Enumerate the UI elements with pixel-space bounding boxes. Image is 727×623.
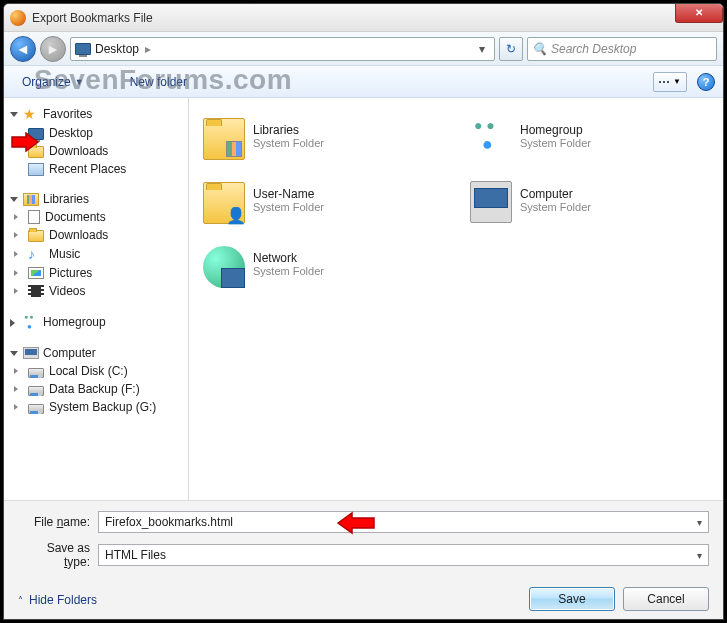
refresh-button[interactable]: ↻	[499, 37, 523, 61]
sidebar: ★Favorites Desktop Downloads Recent Plac…	[4, 98, 189, 500]
bottom-panel: File name: Firefox_bookmarks.html Save a…	[4, 500, 723, 619]
recent-icon	[28, 163, 44, 176]
sidebar-item-pictures[interactable]: Pictures	[8, 264, 188, 282]
document-icon	[28, 210, 40, 224]
sidebar-item-downloads[interactable]: Downloads	[8, 142, 188, 160]
organize-button[interactable]: Organize ▼	[14, 71, 92, 93]
search-icon: 🔍	[532, 42, 547, 56]
address-dropdown[interactable]: ▾	[474, 42, 490, 56]
sidebar-item-desktop[interactable]: Desktop	[8, 124, 188, 142]
search-input[interactable]: 🔍 Search Desktop	[527, 37, 717, 61]
sidebar-item-videos[interactable]: Videos	[8, 282, 188, 300]
file-list[interactable]: LibrariesSystem Folder HomegroupSystem F…	[189, 98, 723, 500]
firefox-icon	[10, 10, 26, 26]
chevron-up-icon: ˄	[18, 595, 23, 606]
view-options-button[interactable]: ▼	[653, 72, 687, 92]
sidebar-homegroup-header[interactable]: Homegroup	[8, 312, 188, 332]
item-libraries[interactable]: LibrariesSystem Folder	[199, 108, 446, 164]
titlebar: Export Bookmarks File ✕	[4, 4, 723, 32]
desktop-icon	[75, 43, 91, 55]
drive-icon	[28, 368, 44, 378]
back-button[interactable]: ◄	[10, 36, 36, 62]
videos-icon	[28, 285, 44, 297]
sidebar-item-system-backup-g[interactable]: System Backup (G:)	[8, 398, 188, 416]
new-folder-button[interactable]: New folder	[122, 71, 195, 93]
pictures-icon	[28, 267, 44, 279]
forward-button[interactable]: ►	[40, 36, 66, 62]
user-folder-icon	[203, 182, 245, 224]
savetype-select[interactable]: HTML Files	[98, 544, 709, 566]
hide-folders-button[interactable]: ˄ Hide Folders	[18, 593, 97, 607]
network-icon	[203, 246, 245, 288]
sidebar-item-local-disk-c[interactable]: Local Disk (C:)	[8, 362, 188, 380]
star-icon: ★	[23, 106, 39, 122]
folder-icon	[28, 146, 44, 158]
drive-icon	[28, 404, 44, 414]
save-button[interactable]: Save	[529, 587, 615, 611]
item-computer[interactable]: ComputerSystem Folder	[466, 172, 713, 228]
sidebar-item-recent-places[interactable]: Recent Places	[8, 160, 188, 178]
window-title: Export Bookmarks File	[32, 11, 153, 25]
filename-input[interactable]: Firefox_bookmarks.html	[98, 511, 709, 533]
window-controls: ✕	[676, 3, 723, 23]
item-homegroup[interactable]: HomegroupSystem Folder	[466, 108, 713, 164]
homegroup-icon	[470, 115, 512, 157]
desktop-icon	[28, 128, 44, 140]
libraries-icon	[23, 193, 39, 206]
filename-label: File name:	[18, 515, 98, 529]
folder-icon	[28, 230, 44, 242]
savetype-label: Save as type:	[18, 541, 98, 569]
sidebar-computer-header[interactable]: Computer	[8, 344, 188, 362]
item-user[interactable]: User-NameSystem Folder	[199, 172, 446, 228]
sidebar-item-data-backup-f[interactable]: Data Backup (F:)	[8, 380, 188, 398]
sidebar-favorites-header[interactable]: ★Favorites	[8, 104, 188, 124]
sidebar-item-lib-downloads[interactable]: Downloads	[8, 226, 188, 244]
search-placeholder: Search Desktop	[551, 42, 636, 56]
chevron-down-icon: ▼	[75, 77, 84, 87]
drive-icon	[28, 386, 44, 396]
sidebar-libraries-header[interactable]: Libraries	[8, 190, 188, 208]
address-bar[interactable]: Desktop ▸ ▾	[70, 37, 495, 61]
cancel-button[interactable]: Cancel	[623, 587, 709, 611]
help-button[interactable]: ?	[697, 73, 715, 91]
music-icon: ♪	[28, 246, 44, 262]
close-button[interactable]: ✕	[675, 3, 723, 23]
computer-icon	[470, 181, 512, 223]
chevron-right-icon[interactable]: ▸	[143, 42, 153, 56]
nav-bar: ◄ ► Desktop ▸ ▾ ↻ 🔍 Search Desktop	[4, 32, 723, 66]
libraries-folder-icon	[203, 118, 245, 160]
export-bookmarks-dialog: Export Bookmarks File ✕ ◄ ► Desktop ▸ ▾ …	[3, 3, 724, 620]
sidebar-item-documents[interactable]: Documents	[8, 208, 188, 226]
homegroup-icon	[23, 314, 39, 330]
computer-icon	[23, 347, 39, 359]
breadcrumb-desktop[interactable]: Desktop	[95, 42, 139, 56]
toolbar: Organize ▼ New folder ▼ ? SevenForums.co…	[4, 66, 723, 98]
item-network[interactable]: NetworkSystem Folder	[199, 236, 446, 292]
sidebar-item-music[interactable]: ♪Music	[8, 244, 188, 264]
